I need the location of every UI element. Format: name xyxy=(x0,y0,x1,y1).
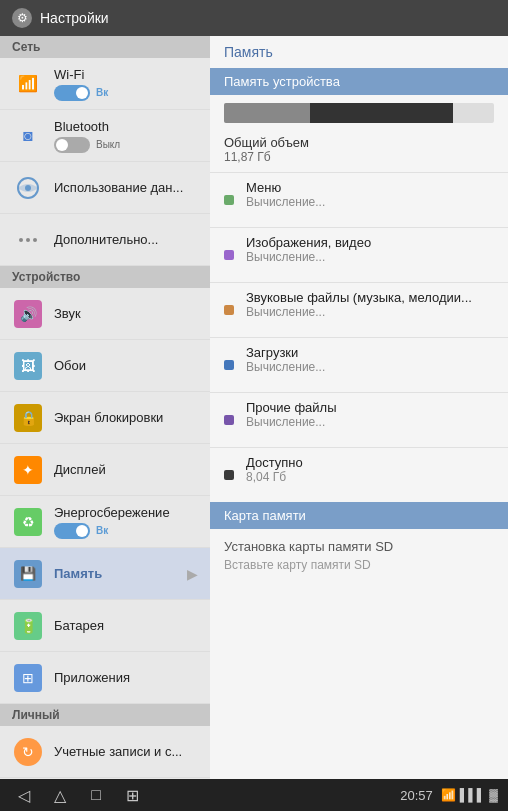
screen: ⚙ Настройки Сеть 📶 Wi-Fi Вк xyxy=(0,0,508,811)
power-toggle[interactable]: Вк xyxy=(54,523,198,539)
lockscreen-label: Экран блокировки xyxy=(54,410,198,425)
power-content: Энергосбережение Вк xyxy=(54,505,198,539)
available-text: Доступно 8,04 Гб xyxy=(246,455,303,484)
svg-point-4 xyxy=(33,238,37,242)
wifi-toggle[interactable]: Вк xyxy=(54,85,198,101)
storage-total-value: 11,87 Гб xyxy=(224,150,494,164)
power-toggle-thumb xyxy=(76,525,88,537)
storage-item-images: Изображения, видео Вычисление... xyxy=(210,227,508,282)
power-toggle-track[interactable] xyxy=(54,523,90,539)
downloads-color-dot xyxy=(224,360,234,370)
sidebar-item-display[interactable]: ✦ Дисплей xyxy=(0,444,210,496)
svg-point-2 xyxy=(19,238,23,242)
wifi-toggle-label: Вк xyxy=(96,87,108,98)
bluetooth-icon: ◙ xyxy=(12,120,44,152)
bluetooth-label: Bluetooth xyxy=(54,119,198,134)
audio-color-dot xyxy=(224,305,234,315)
storage-item-other: Прочие файлы Вычисление... xyxy=(210,392,508,447)
sidebar-item-more[interactable]: Дополнительно... xyxy=(0,214,210,266)
wifi-label: Wi-Fi xyxy=(54,67,198,82)
available-value: 8,04 Гб xyxy=(246,470,303,484)
wifi-toggle-thumb xyxy=(76,87,88,99)
time-display: 20:57 xyxy=(400,788,433,803)
battery-content: Батарея xyxy=(54,618,198,633)
display-icon: ✦ xyxy=(12,454,44,486)
images-dot xyxy=(224,235,236,275)
wallpaper-label: Обои xyxy=(54,358,198,373)
available-color-dot xyxy=(224,470,234,480)
title-bar: ⚙ Настройки xyxy=(0,0,508,36)
audio-text: Звуковые файлы (музыка, мелодии... Вычис… xyxy=(246,290,472,319)
nav-buttons: ◁ △ □ ⊞ xyxy=(10,784,146,806)
sound-label: Звук xyxy=(54,306,198,321)
memory-content: Память xyxy=(54,566,177,581)
storage-bar-container xyxy=(210,95,508,131)
apps-icon: ⊞ xyxy=(12,662,44,694)
display-content: Дисплей xyxy=(54,462,198,477)
bluetooth-toggle[interactable]: Выкл xyxy=(54,137,198,153)
nav-home-button[interactable]: △ xyxy=(46,784,74,806)
accounts-content: Учетные записи и с... xyxy=(54,744,198,759)
memory-icon: 💾 xyxy=(12,558,44,590)
sidebar-item-power[interactable]: ♻ Энергосбережение Вк xyxy=(0,496,210,548)
wifi-icon: 📶 xyxy=(12,68,44,100)
section-network-header: Сеть xyxy=(0,36,210,58)
sidebar-item-lockscreen[interactable]: 🔒 Экран блокировки xyxy=(0,392,210,444)
sidebar-item-bluetooth[interactable]: ◙ Bluetooth Выкл xyxy=(0,110,210,162)
downloads-value: Вычисление... xyxy=(246,360,325,374)
status-bar: ◁ △ □ ⊞ 20:57 📶 ▌▌▌ ▓ xyxy=(0,779,508,811)
wifi-item-content: Wi-Fi Вк xyxy=(54,67,198,101)
section-personal-header: Личный xyxy=(0,704,210,726)
sidebar: Сеть 📶 Wi-Fi Вк xyxy=(0,36,210,779)
other-value: Вычисление... xyxy=(246,415,337,429)
other-color-dot xyxy=(224,415,234,425)
bluetooth-toggle-track[interactable] xyxy=(54,137,90,153)
more-icon xyxy=(12,224,44,256)
sidebar-item-battery[interactable]: 🔋 Батарея xyxy=(0,600,210,652)
sd-card-header: Карта памяти xyxy=(210,502,508,529)
audio-dot xyxy=(224,290,236,330)
sidebar-item-sound[interactable]: 🔊 Звук xyxy=(0,288,210,340)
bluetooth-toggle-thumb xyxy=(56,139,68,151)
storage-total: Общий объем 11,87 Гб xyxy=(210,131,508,172)
sd-card-empty-title: Установка карты памяти SD xyxy=(210,529,508,558)
battery-label: Батарея xyxy=(54,618,198,633)
sidebar-item-accounts[interactable]: ↻ Учетные записи и с... xyxy=(0,726,210,778)
sidebar-item-wallpaper[interactable]: 🖼 Обои xyxy=(0,340,210,392)
display-label: Дисплей xyxy=(54,462,198,477)
images-name: Изображения, видео xyxy=(246,235,371,250)
wifi-toggle-track[interactable] xyxy=(54,85,90,101)
power-label: Энергосбережение xyxy=(54,505,198,520)
sidebar-item-datausage[interactable]: Использование дан... xyxy=(0,162,210,214)
storage-bar xyxy=(224,103,494,123)
other-dot xyxy=(224,400,236,440)
sidebar-item-apps[interactable]: ⊞ Приложения xyxy=(0,652,210,704)
page-title: Настройки xyxy=(40,10,109,26)
sidebar-item-memory[interactable]: 💾 Память ▶ xyxy=(0,548,210,600)
bluetooth-toggle-label: Выкл xyxy=(96,139,120,150)
section-device-header: Устройство xyxy=(0,266,210,288)
nav-back-button[interactable]: ◁ xyxy=(10,784,38,806)
images-text: Изображения, видео Вычисление... xyxy=(246,235,371,264)
images-value: Вычисление... xyxy=(246,250,371,264)
menu-value: Вычисление... xyxy=(246,195,325,209)
wifi-status-icon: 📶 xyxy=(441,788,456,802)
battery-status-icon: ▓ xyxy=(489,788,498,802)
accounts-label: Учетные записи и с... xyxy=(54,744,198,759)
more-label: Дополнительно... xyxy=(54,232,198,247)
sound-icon: 🔊 xyxy=(12,298,44,330)
signal-bars-icon: ▌▌▌ xyxy=(460,788,486,802)
sound-content: Звук xyxy=(54,306,198,321)
nav-recent-button[interactable]: □ xyxy=(82,784,110,806)
status-icons: 📶 ▌▌▌ ▓ xyxy=(441,788,498,802)
downloads-name: Загрузки xyxy=(246,345,325,360)
panel-section-title: Память xyxy=(210,36,508,68)
downloads-dot xyxy=(224,345,236,385)
main-content: Сеть 📶 Wi-Fi Вк xyxy=(0,36,508,779)
status-info: 20:57 📶 ▌▌▌ ▓ xyxy=(400,788,498,803)
menu-dot xyxy=(224,180,236,220)
nav-grid-button[interactable]: ⊞ xyxy=(118,784,146,806)
datausage-content: Использование дан... xyxy=(54,180,198,195)
sidebar-item-wifi[interactable]: 📶 Wi-Fi Вк xyxy=(0,58,210,110)
apps-label: Приложения xyxy=(54,670,198,685)
